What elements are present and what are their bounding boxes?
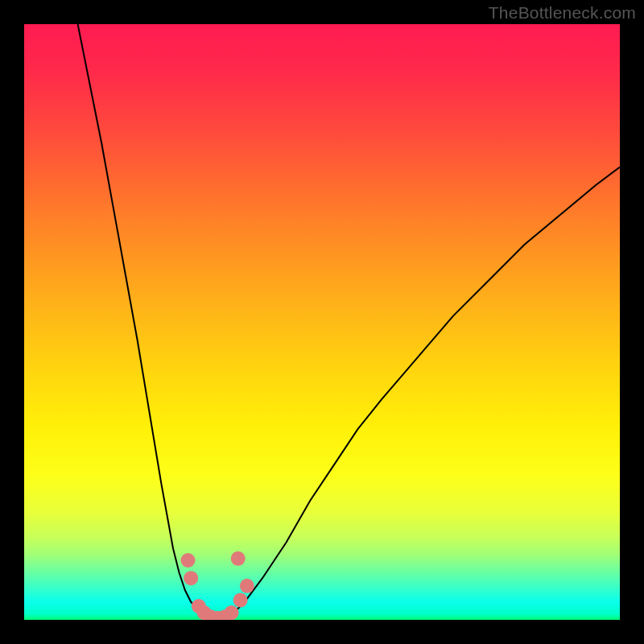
marker-cluster	[181, 551, 254, 620]
left-curve	[78, 24, 203, 614]
marker-dot	[225, 605, 239, 620]
curves-svg	[24, 24, 620, 620]
marker-dot	[240, 579, 254, 593]
marker-dot	[231, 551, 246, 566]
chart-frame: TheBottleneck.com	[0, 0, 644, 644]
marker-dot	[184, 571, 198, 585]
attribution-label: TheBottleneck.com	[489, 3, 636, 23]
plot-area	[24, 24, 620, 620]
marker-dot	[181, 553, 196, 568]
right-curve	[233, 167, 620, 614]
marker-dot	[233, 593, 248, 608]
